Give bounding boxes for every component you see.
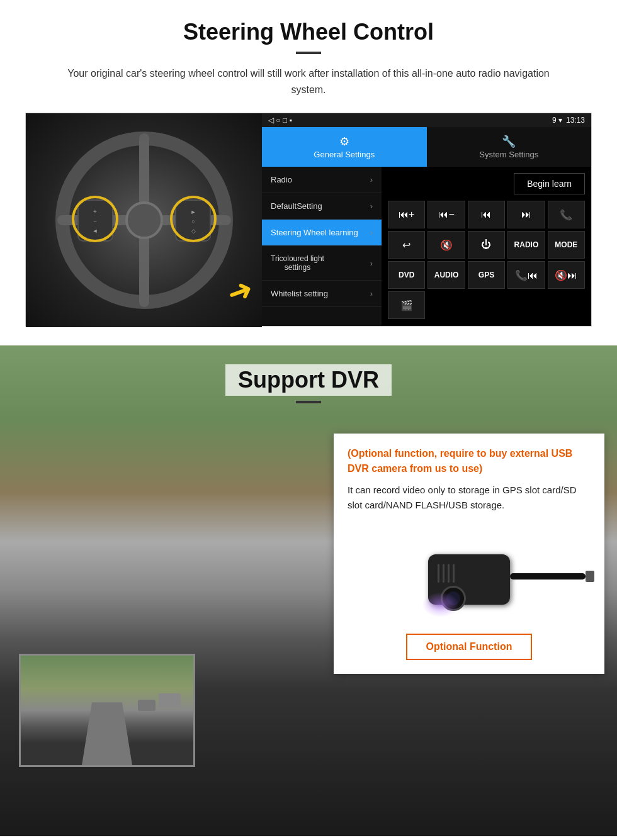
- car-shape-2: [138, 700, 156, 711]
- control-grid: ⏮+ ⏮− ⏮ ⏭ 📞 ↩ 🔇 ⏻ RADIO MODE DVD AUDIO: [388, 201, 585, 319]
- status-time: 13:13: [566, 116, 585, 125]
- ctrl-mute[interactable]: 🔇: [427, 231, 465, 259]
- steering-photo-inner: + − ◄ ► ○ ◇ ➜: [26, 113, 262, 327]
- light-glow: [422, 592, 460, 617]
- svg-text:►: ►: [190, 209, 196, 215]
- chevron-icon-2: ›: [370, 201, 373, 211]
- steering-wheel-svg: + − ◄ ► ○ ◇: [50, 126, 239, 315]
- ctrl-phone[interactable]: 📞: [548, 201, 585, 228]
- dvr-preview-road: [82, 702, 132, 765]
- gear-icon: ⚙: [267, 135, 422, 148]
- wrench-icon: 🔧: [432, 135, 587, 148]
- svg-text:−: −: [93, 218, 96, 225]
- ctrl-dvd[interactable]: DVD: [388, 261, 425, 289]
- menu-item-radio[interactable]: Radio ›: [262, 167, 382, 193]
- camera-body: [428, 554, 510, 605]
- menu-item-defaultsetting[interactable]: DefaultSetting ›: [262, 193, 382, 220]
- android-statusbar: ◁ ○ □ ▪ 9 ▾ 13:13: [262, 113, 591, 127]
- status-signal: 9 ▾: [552, 116, 562, 125]
- control-panel: Begin learn ⏮+ ⏮− ⏮ ⏭ 📞 ↩ 🔇 ⏻ RADIO: [382, 167, 591, 326]
- dvr-optional-text: (Optional function, require to buy exter…: [348, 446, 591, 476]
- dvr-info-body: It can record video only to storage in G…: [348, 483, 591, 513]
- steering-section: Steering Wheel Control Your original car…: [0, 0, 617, 339]
- car-shape-1: [159, 693, 181, 707]
- vents: [438, 564, 455, 583]
- menu-area: Radio › DefaultSetting › Steering Wheel …: [262, 167, 591, 326]
- dvr-background: Support DVR (Optional function, require …: [0, 345, 617, 836]
- chevron-icon-3: ›: [370, 228, 373, 237]
- dvr-preview-image: [19, 654, 195, 767]
- steering-title: Steering Wheel Control: [25, 19, 592, 45]
- ctrl-dvr-icon[interactable]: 🎬: [388, 291, 425, 319]
- ctrl-prev[interactable]: ⏮: [468, 201, 505, 228]
- menu-item-tricoloured[interactable]: Tricoloured lightsettings ›: [262, 246, 382, 281]
- chevron-icon-5: ›: [370, 289, 373, 298]
- dvr-preview-inner: [21, 656, 193, 765]
- android-panel: ◁ ○ □ ▪ 9 ▾ 13:13 ⚙ General Settings 🔧 S…: [262, 113, 591, 326]
- menu-item-steering-learning[interactable]: Steering Wheel learning ›: [262, 220, 382, 246]
- dvr-info-box: (Optional function, require to buy exter…: [334, 434, 604, 674]
- steering-composite: + − ◄ ► ○ ◇ ➜ ◁ ○ □ ▪: [25, 113, 592, 327]
- tab-system-label: System Settings: [479, 150, 538, 159]
- ctrl-next[interactable]: ⏭: [507, 201, 545, 228]
- svg-text:+: +: [93, 208, 97, 215]
- ctrl-back[interactable]: ↩: [388, 231, 425, 259]
- menu-item-whitelist[interactable]: Whitelist setting ›: [262, 281, 382, 307]
- tab-general-label: General Settings: [314, 150, 375, 159]
- camera-assembly: [428, 554, 510, 605]
- dvr-camera-image: [348, 523, 591, 624]
- android-tabs: ⚙ General Settings 🔧 System Settings: [262, 127, 591, 167]
- ctrl-vol-down[interactable]: ⏮−: [427, 201, 465, 228]
- svg-text:◇: ◇: [191, 228, 195, 234]
- menu-list: Radio › DefaultSetting › Steering Wheel …: [262, 167, 382, 326]
- chevron-icon: ›: [370, 175, 373, 184]
- dvr-title: Support DVR: [225, 364, 392, 396]
- menu-default-label: DefaultSetting: [271, 201, 322, 211]
- ctrl-phone-prev[interactable]: 📞⏮: [507, 261, 545, 289]
- optional-function-button[interactable]: Optional Function: [406, 634, 533, 660]
- steering-photo: + − ◄ ► ○ ◇ ➜: [26, 113, 262, 327]
- tab-general-settings[interactable]: ⚙ General Settings: [262, 127, 427, 167]
- steering-divider: [296, 52, 321, 54]
- status-icons: ◁ ○ □ ▪: [268, 116, 292, 125]
- ctrl-power[interactable]: ⏻: [468, 231, 505, 259]
- chevron-icon-4: ›: [370, 259, 373, 268]
- menu-steering-label: Steering Wheel learning: [271, 228, 358, 237]
- ctrl-mode[interactable]: MODE: [548, 231, 585, 259]
- menu-radio-label: Radio: [271, 175, 292, 184]
- usb-cable: [510, 573, 586, 580]
- ctrl-audio[interactable]: AUDIO: [427, 261, 465, 289]
- dvr-divider: [296, 401, 321, 403]
- steering-subtitle: Your original car's steering wheel contr…: [50, 65, 567, 98]
- dvr-section: Support DVR (Optional function, require …: [0, 345, 617, 836]
- dvr-heading: Support DVR: [0, 345, 617, 403]
- svg-point-5: [127, 203, 162, 238]
- svg-text:◄: ◄: [92, 228, 98, 234]
- begin-learn-row: Begin learn: [388, 173, 585, 194]
- ctrl-gps[interactable]: GPS: [468, 261, 505, 289]
- svg-text:○: ○: [191, 218, 195, 225]
- usb-connector: [586, 571, 594, 582]
- ctrl-mute-next[interactable]: 🔇⏭: [548, 261, 585, 289]
- menu-tricoloured-label: Tricoloured lightsettings: [271, 254, 324, 272]
- ctrl-vol-up[interactable]: ⏮+: [388, 201, 425, 228]
- ctrl-radio[interactable]: RADIO: [507, 231, 545, 259]
- menu-whitelist-label: Whitelist setting: [271, 289, 328, 298]
- begin-learn-button[interactable]: Begin learn: [514, 173, 585, 194]
- tab-system-settings[interactable]: 🔧 System Settings: [427, 127, 592, 167]
